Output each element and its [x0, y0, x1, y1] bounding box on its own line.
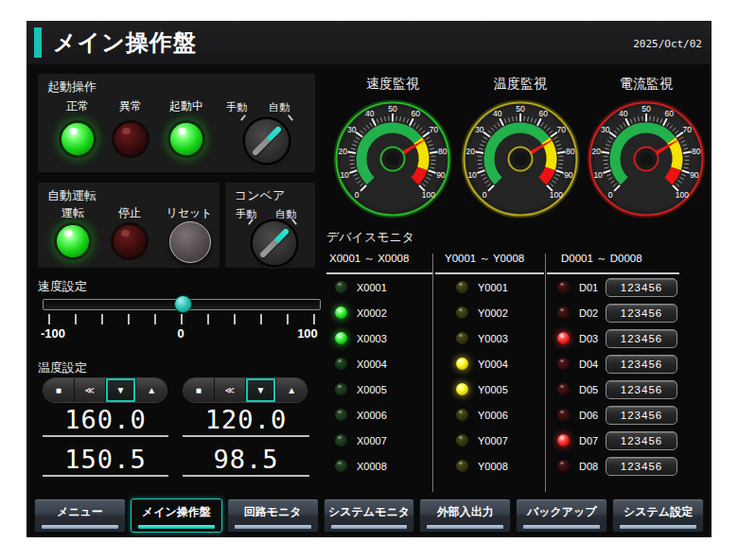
- slider-tick: [207, 314, 209, 324]
- lamp-label-run: 運転: [44, 205, 101, 221]
- device-value-box: 123456: [606, 355, 677, 374]
- svg-text:0: 0: [355, 190, 360, 200]
- device-value-box: 123456: [606, 431, 677, 450]
- slider-tick: [287, 314, 289, 324]
- column-divider: [432, 254, 433, 492]
- svg-text:40: 40: [365, 109, 375, 118]
- temp-group-1-up-button[interactable]: ▲: [136, 378, 167, 402]
- device-label: Y0002: [478, 307, 508, 319]
- device-label: Y0006: [478, 410, 508, 421]
- temp-button-group-1: ■≪▼▲: [43, 377, 167, 403]
- nav-tab-3[interactable]: 回路モニタ: [227, 499, 319, 533]
- auto-run-panel: 自動運転 運転 停止 リセット: [38, 183, 220, 268]
- slider-tick: [154, 314, 156, 324]
- device-row: D08123456: [547, 453, 679, 479]
- svg-text:90: 90: [564, 170, 573, 180]
- device-led: [557, 358, 570, 370]
- lamp-label-error: 異常: [102, 98, 159, 114]
- startup-mode-selector-knob[interactable]: [245, 119, 289, 163]
- nav-tab-5[interactable]: 外部入出力: [419, 499, 511, 533]
- svg-text:10: 10: [593, 170, 603, 180]
- device-row: X0006: [326, 402, 432, 428]
- underline: [183, 435, 309, 437]
- reset-button[interactable]: [169, 221, 211, 263]
- temp-group-1-down-button[interactable]: ▼: [106, 378, 137, 402]
- device-led: [456, 358, 468, 370]
- slider-tick: [181, 314, 183, 324]
- gauge-title: 速度監視: [331, 76, 454, 95]
- device-led: [456, 460, 468, 472]
- temp-group-2-up-button[interactable]: ▲: [276, 378, 307, 402]
- nav-tab-label: システム設定: [624, 504, 693, 520]
- device-label: D08: [579, 461, 598, 472]
- device-led: [335, 460, 347, 472]
- svg-text:100: 100: [676, 190, 689, 200]
- svg-text:80: 80: [438, 147, 448, 156]
- temp-setpoint-2[interactable]: 120.0: [183, 405, 309, 434]
- device-led: [456, 306, 468, 319]
- device-label: D03: [579, 333, 598, 344]
- gauge-dial: 0102030405060708090100: [585, 96, 708, 219]
- device-led: [557, 306, 570, 319]
- temp-setpoint-1[interactable]: 160.0: [43, 405, 168, 434]
- stop-lamp: [114, 225, 146, 257]
- nav-tab-1[interactable]: メニュー: [34, 499, 126, 533]
- temp-group-1-stop-button[interactable]: ■: [44, 378, 75, 402]
- device-row: X0002: [326, 300, 432, 325]
- slider-label-max: 100: [289, 326, 326, 341]
- slider-label-mid: 0: [162, 326, 200, 341]
- run-lamp: [57, 225, 89, 257]
- device-row: D02123456: [547, 300, 679, 325]
- device-row: X0004: [326, 351, 432, 376]
- nav-tab-2[interactable]: メイン操作盤: [131, 499, 222, 533]
- svg-text:30: 30: [475, 125, 484, 134]
- conveyor-mode-selector-knob[interactable]: [253, 221, 296, 265]
- device-label: Y0005: [478, 384, 508, 395]
- hmi-screen: メイン操作盤 2025/Oct/02 起動操作 正常 異常 起動中 手動 自動 …: [26, 21, 712, 537]
- device-led: [557, 332, 570, 344]
- nav-tab-underline: [427, 525, 503, 529]
- svg-text:20: 20: [466, 147, 475, 156]
- temp-button-group-2: ■≪▼▲: [183, 377, 308, 403]
- speed-slider-thumb[interactable]: [174, 295, 192, 313]
- device-label: X0007: [357, 435, 387, 446]
- device-row: Y0002: [435, 300, 544, 325]
- device-led: [456, 281, 468, 293]
- svg-text:20: 20: [338, 147, 347, 156]
- conveyor-label-auto: 自動: [267, 207, 305, 221]
- conveyor-panel: コンベア 手動 自動: [225, 183, 315, 268]
- device-row: X0003: [326, 325, 432, 351]
- device-led: [335, 358, 347, 370]
- device-led: [557, 409, 570, 421]
- device-led: [557, 434, 570, 446]
- header-bar: メイン操作盤 2025/Oct/02: [26, 21, 712, 64]
- nav-tab-6[interactable]: バックアップ: [516, 499, 607, 533]
- nav-tab-7[interactable]: システム設定: [612, 499, 704, 533]
- startup-operation-panel: 起動操作 正常 異常 起動中 手動 自動: [38, 74, 315, 172]
- current-monitor-gauge: 電流監視0102030405060708090100: [585, 76, 708, 223]
- temp-group-2-fast-down-button[interactable]: ≪: [215, 378, 246, 402]
- selector-label-auto: 自動: [260, 100, 298, 114]
- page: メイン操作盤 2025/Oct/02 起動操作 正常 異常 起動中 手動 自動 …: [0, 0, 738, 560]
- temp-group-1-fast-down-button[interactable]: ≪: [75, 378, 106, 402]
- svg-text:40: 40: [619, 109, 628, 118]
- device-label: X0003: [357, 333, 387, 344]
- svg-text:30: 30: [601, 125, 610, 134]
- temp-group-2-down-button[interactable]: ▼: [246, 378, 277, 402]
- device-label: D07: [579, 435, 598, 446]
- column-header: X0001 ～ X0008: [326, 252, 432, 274]
- slider-tick: [75, 314, 77, 324]
- temp-group-2-stop-button[interactable]: ■: [184, 378, 215, 402]
- device-row: Y0006: [435, 402, 544, 428]
- device-row: Y0001: [435, 274, 544, 300]
- lamp-label-normal: 正常: [49, 98, 106, 114]
- svg-text:100: 100: [550, 190, 563, 200]
- title-accent-bar: [34, 27, 42, 58]
- device-led: [335, 434, 347, 446]
- slider-tick: [48, 314, 50, 324]
- column-header: Y0001 ～ Y0008: [435, 252, 544, 274]
- device-label: X0005: [357, 384, 387, 395]
- nav-tab-4[interactable]: システムモニタ: [324, 499, 415, 533]
- speed-slider-track[interactable]: [43, 299, 321, 310]
- device-led: [335, 281, 347, 293]
